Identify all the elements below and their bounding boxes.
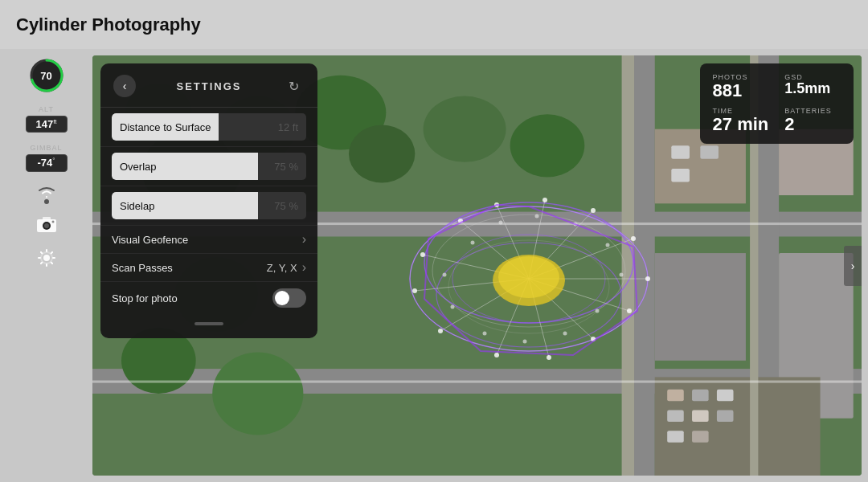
time-stat: TIME 27 min xyxy=(713,107,769,134)
overlap-label: Overlap xyxy=(120,161,157,173)
photos-stat: PHOTOS 881 xyxy=(713,73,769,100)
svg-point-77 xyxy=(619,272,623,276)
distance-slider[interactable]: Distance to Surface 12 ft xyxy=(112,113,306,141)
overlap-value: 75 % xyxy=(274,161,298,173)
sidebar: 70 ALT 147ft GIMBAL -74° xyxy=(0,49,92,482)
svg-point-65 xyxy=(631,236,636,241)
svg-point-7 xyxy=(43,255,50,261)
gimbal-label: GIMBAL xyxy=(30,144,62,152)
gear-section[interactable] xyxy=(37,248,56,272)
gimbal-section: GIMBAL -74° xyxy=(26,144,68,171)
svg-point-39 xyxy=(212,353,303,435)
gsd-stat: GSD 1.5mm xyxy=(784,73,841,100)
right-arrow-icon: › xyxy=(851,259,855,272)
svg-point-66 xyxy=(591,208,596,213)
alt-value: 147ft xyxy=(26,116,68,133)
svg-point-82 xyxy=(470,240,474,244)
svg-point-76 xyxy=(627,308,632,313)
svg-point-84 xyxy=(450,304,454,308)
alt-label: ALT xyxy=(39,105,54,113)
overlap-row: Overlap 75 % xyxy=(100,147,317,186)
app-title: Cylinder Photography xyxy=(16,14,201,35)
back-button[interactable]: ‹ xyxy=(113,75,136,97)
svg-point-64 xyxy=(645,276,650,281)
stop-photo-label: Stop for photo xyxy=(112,292,272,304)
svg-rect-29 xyxy=(671,169,690,182)
camera-icon xyxy=(36,215,57,237)
svg-point-4 xyxy=(44,223,49,228)
sidelap-slider[interactable]: Sidelap 75 % xyxy=(112,192,306,219)
gimbal-value: -74° xyxy=(26,154,68,171)
svg-point-83 xyxy=(442,272,446,276)
svg-point-74 xyxy=(547,355,551,360)
svg-point-70 xyxy=(420,252,425,257)
scan-passes-label: Scan Passes xyxy=(112,262,267,274)
stop-photo-row: Stop for photo xyxy=(100,282,317,314)
svg-rect-23 xyxy=(692,411,709,422)
progress-circle: 70 xyxy=(28,57,65,94)
geofence-row[interactable]: Visual Geofence › xyxy=(100,226,317,254)
geofence-label: Visual Geofence xyxy=(112,234,302,246)
svg-point-78 xyxy=(605,243,609,247)
sidelap-value: 75 % xyxy=(274,200,298,212)
svg-rect-19 xyxy=(667,390,684,401)
svg-point-90 xyxy=(498,256,559,298)
settings-title: SETTINGS xyxy=(144,80,274,92)
svg-point-88 xyxy=(595,308,599,312)
gear-icon xyxy=(37,248,56,272)
svg-point-86 xyxy=(522,339,526,343)
bottom-handle xyxy=(100,314,317,325)
svg-point-87 xyxy=(563,331,567,335)
distance-value: 12 ft xyxy=(278,121,298,133)
distance-label: Distance to Surface xyxy=(120,121,211,133)
scan-passes-row[interactable]: Scan Passes Z, Y, X › xyxy=(100,254,317,282)
svg-rect-5 xyxy=(43,217,51,220)
svg-rect-25 xyxy=(667,431,684,442)
sidelap-label: Sidelap xyxy=(120,200,154,212)
scan-passes-chevron: › xyxy=(302,260,306,275)
progress-value: 70 xyxy=(40,70,51,82)
main-area: 70 ALT 147ft GIMBAL -74° xyxy=(0,49,868,482)
svg-point-6 xyxy=(51,220,54,223)
settings-header: ‹ SETTINGS ↻ xyxy=(100,63,317,108)
svg-point-81 xyxy=(498,220,502,224)
svg-point-80 xyxy=(534,214,538,218)
geofence-chevron: › xyxy=(302,232,306,247)
time-value: 27 min xyxy=(713,115,769,134)
svg-rect-20 xyxy=(692,390,709,401)
scan-passes-value: Z, Y, X xyxy=(267,262,297,274)
map-viewport: ‹ SETTINGS ↻ Distance to Surface 12 ft xyxy=(92,55,862,476)
stop-photo-toggle[interactable] xyxy=(272,288,306,308)
svg-rect-21 xyxy=(717,390,734,401)
svg-rect-26 xyxy=(692,431,709,442)
overlap-slider[interactable]: Overlap 75 % xyxy=(112,153,306,180)
wifi-dot xyxy=(44,199,49,204)
svg-point-72 xyxy=(438,329,443,333)
gsd-value: 1.5mm xyxy=(784,81,841,97)
right-nav-arrow[interactable]: › xyxy=(844,246,862,286)
batteries-value: 2 xyxy=(784,115,841,134)
top-bar: Cylinder Photography xyxy=(0,0,868,49)
toggle-knob xyxy=(275,291,289,305)
batteries-stat: BATTERIES 2 xyxy=(784,107,841,134)
svg-rect-15 xyxy=(655,253,746,361)
stats-overlay: PHOTOS 881 GSD 1.5mm TIME 27 min BATTERI… xyxy=(700,63,854,144)
distance-row: Distance to Surface 12 ft xyxy=(100,108,317,147)
camera-section[interactable] xyxy=(36,215,57,237)
svg-rect-28 xyxy=(700,145,719,158)
svg-point-73 xyxy=(494,353,499,357)
svg-rect-27 xyxy=(671,145,690,158)
cylinder-visualization xyxy=(400,150,657,407)
wifi-section xyxy=(36,183,57,204)
scan-svg xyxy=(400,150,657,407)
svg-rect-24 xyxy=(717,411,734,422)
svg-point-71 xyxy=(412,288,417,293)
refresh-button[interactable]: ↻ xyxy=(282,75,305,97)
svg-point-85 xyxy=(482,331,486,335)
handle-bar xyxy=(194,322,223,325)
alt-section: ALT 147ft xyxy=(26,105,68,133)
settings-panel: ‹ SETTINGS ↻ Distance to Surface 12 ft xyxy=(100,63,317,338)
svg-rect-22 xyxy=(667,411,684,422)
sidelap-row: Sidelap 75 % xyxy=(100,186,317,226)
photos-value: 881 xyxy=(713,81,769,100)
